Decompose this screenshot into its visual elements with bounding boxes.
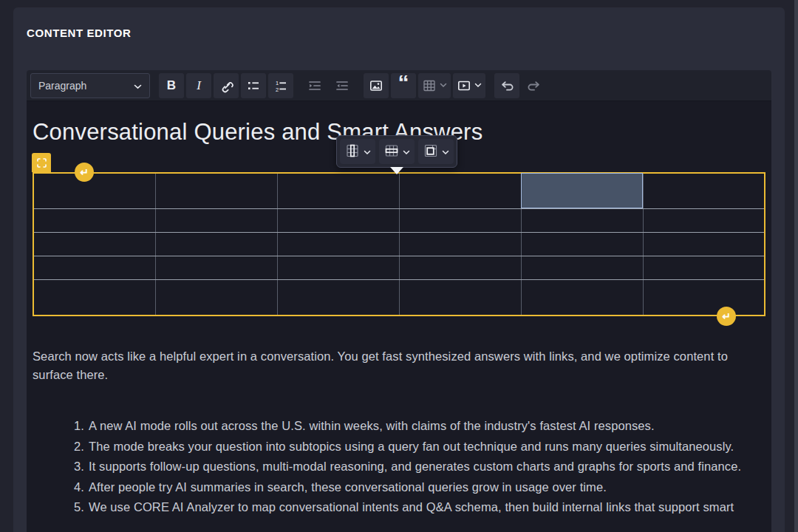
widget-drag-handle-icon[interactable] [32, 153, 51, 172]
table-cell[interactable] [277, 232, 399, 256]
redo-icon [526, 78, 542, 93]
chevron-down-icon [442, 146, 449, 157]
paragraph-style-value: Paragraph [38, 80, 134, 92]
outdent-icon [335, 78, 349, 93]
chevron-down-icon [403, 146, 410, 157]
svg-text:2: 2 [276, 86, 279, 92]
table-column-icon [344, 143, 361, 161]
table-cell[interactable] [277, 173, 399, 208]
insert-paragraph-after-button[interactable]: ↵ [717, 307, 736, 326]
italic-icon: I [197, 78, 201, 93]
table-cell[interactable] [33, 232, 155, 256]
table-cell[interactable] [155, 256, 277, 280]
numbered-list: A new AI mode rolls out across the U.S. … [33, 417, 765, 516]
editor-content[interactable]: Conversational Queries and Smart Answers [27, 101, 771, 532]
insert-image-button[interactable] [364, 73, 389, 98]
block-quote-button[interactable]: “ [391, 73, 416, 98]
table-row [33, 208, 765, 232]
indent-button[interactable] [302, 73, 327, 98]
table-cell[interactable] [399, 280, 521, 316]
chevron-down-icon [474, 83, 482, 88]
bold-icon: B [167, 78, 176, 93]
link-icon [219, 78, 233, 93]
table-cell[interactable] [643, 256, 765, 280]
list-item[interactable]: The mode breaks your question into subto… [89, 437, 765, 456]
table-widget[interactable]: ↵ ↵ [33, 172, 765, 316]
table-cell[interactable] [521, 208, 643, 232]
table-body [33, 173, 765, 316]
table-cell[interactable] [643, 280, 765, 316]
table-cell[interactable] [155, 208, 277, 232]
table-icon [422, 78, 437, 93]
table-cell[interactable] [521, 173, 643, 208]
page-background: CONTENT EDITOR Paragraph B I [0, 0, 798, 532]
link-button[interactable] [214, 73, 239, 98]
image-icon [369, 78, 383, 93]
block-quote-icon: “ [398, 79, 409, 92]
numbered-list-icon: 1 2 [273, 78, 288, 93]
table-row [33, 256, 765, 280]
table-cell[interactable] [643, 232, 765, 256]
outdent-button[interactable] [330, 73, 355, 98]
scrollbar[interactable] [794, 0, 798, 532]
page-title: CONTENT EDITOR [27, 27, 131, 39]
table-cell[interactable] [33, 208, 155, 232]
table-cell[interactable] [399, 208, 521, 232]
redo-button[interactable] [522, 73, 547, 98]
insert-paragraph-before-button[interactable]: ↵ [75, 163, 94, 182]
chevron-down-icon [440, 83, 447, 88]
table-balloon-toolbar [336, 135, 457, 168]
table-cell[interactable] [399, 173, 521, 208]
table-row-icon [383, 143, 400, 161]
table-row [33, 280, 765, 316]
list-item[interactable]: It supports follow-up questions, multi-m… [89, 457, 765, 476]
table-cell[interactable] [399, 256, 521, 280]
media-icon [457, 78, 471, 93]
chevron-down-icon [364, 146, 371, 157]
table-cell[interactable] [277, 208, 399, 232]
list-item[interactable]: A new AI mode rolls out across the U.S. … [89, 417, 765, 435]
table-cell[interactable] [33, 256, 155, 280]
table-cell[interactable] [277, 256, 399, 280]
table-cell[interactable] [643, 208, 765, 232]
editor-toolbar: Paragraph B I [27, 70, 771, 101]
insert-media-button[interactable] [453, 73, 485, 98]
insert-table-button[interactable] [418, 73, 451, 98]
data-table[interactable] [33, 172, 765, 316]
bulleted-list-icon [246, 78, 261, 93]
table-cell[interactable] [521, 256, 643, 280]
numbered-list-button[interactable]: 1 2 [268, 73, 293, 98]
undo-button[interactable] [494, 73, 519, 98]
table-cell[interactable] [521, 232, 643, 256]
rich-text-editor: Paragraph B I [27, 70, 771, 532]
table-cell[interactable] [33, 280, 155, 316]
chevron-down-icon [134, 80, 142, 92]
merge-cells-icon [423, 143, 439, 161]
table-row-button[interactable] [379, 139, 415, 164]
indent-icon [307, 78, 322, 93]
body-paragraph[interactable]: Search now acts like a helpful expert in… [33, 347, 765, 384]
list-item[interactable]: We use CORE AI Analyzer to map conversat… [89, 498, 765, 516]
merge-cells-button[interactable] [418, 139, 454, 164]
content-editor-panel: CONTENT EDITOR Paragraph B I [13, 7, 785, 532]
table-cell[interactable] [277, 280, 399, 316]
bulleted-list-button[interactable] [241, 73, 266, 98]
table-cell[interactable] [643, 173, 765, 208]
table-cell[interactable] [399, 232, 521, 256]
undo-icon [499, 78, 515, 93]
table-cell[interactable] [521, 280, 643, 316]
table-row [33, 173, 765, 208]
table-cell[interactable] [155, 232, 277, 256]
table-cell[interactable] [155, 280, 277, 316]
bold-button[interactable]: B [159, 73, 184, 98]
table-cell[interactable] [33, 173, 155, 208]
table-row [33, 232, 765, 256]
italic-button[interactable]: I [186, 73, 211, 98]
table-column-button[interactable] [340, 139, 375, 164]
list-item[interactable]: After people try AI summaries in search,… [89, 478, 765, 497]
table-cell[interactable] [155, 173, 277, 208]
paragraph-style-dropdown[interactable]: Paragraph [30, 73, 150, 98]
